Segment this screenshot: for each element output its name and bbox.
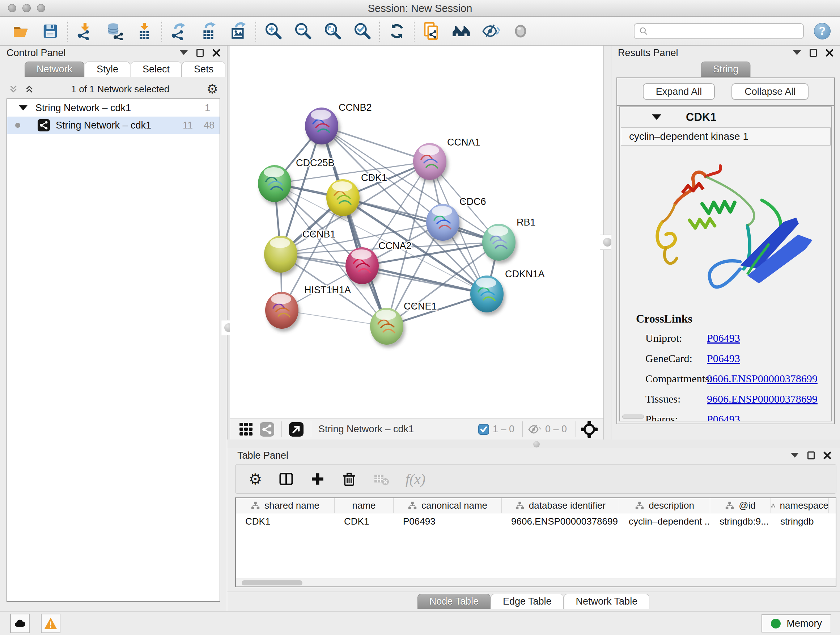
network-node-CCNE1[interactable] — [370, 308, 403, 345]
protein-header[interactable]: CDK1 — [620, 107, 831, 127]
float-panel-icon[interactable] — [793, 50, 801, 59]
network-collection-row[interactable]: String Network – cdk1 1 — [7, 99, 219, 117]
scrollbar-thumb[interactable] — [242, 580, 302, 585]
horizontal-splitter[interactable] — [227, 440, 840, 448]
crosslink-link[interactable]: 9606.ENSP00000378699 — [707, 372, 818, 385]
maximize-panel-icon[interactable] — [807, 451, 815, 459]
column-header-canonicalname[interactable]: canonical name — [393, 498, 502, 513]
control-panel: Control Panel NetworkStyleSelectSets 1 o… — [0, 46, 227, 611]
import-network-icon — [76, 22, 94, 40]
cloud-status-button[interactable] — [10, 614, 30, 633]
export-table-button[interactable] — [199, 21, 218, 41]
search-input[interactable] — [634, 23, 804, 39]
import-database-button[interactable] — [105, 21, 125, 41]
network-node-HIST1H1A[interactable] — [265, 292, 298, 329]
column-header-databaseidentifier[interactable]: database identifier — [502, 498, 619, 513]
column-header-namespace[interactable]: namespace — [771, 498, 829, 513]
expand-all-icon[interactable] — [25, 84, 34, 94]
tab-style[interactable]: Style — [85, 62, 130, 77]
maximize-panel-icon[interactable] — [196, 49, 204, 57]
zoom-selected-button[interactable] — [352, 21, 372, 41]
column-header-description[interactable]: description — [619, 498, 710, 513]
network-edge[interactable] — [322, 126, 430, 162]
collapse-triangle-icon[interactable] — [652, 114, 661, 125]
network-node-CDKN1A[interactable] — [470, 276, 504, 312]
help-button[interactable]: ? — [814, 23, 831, 40]
export-image-button[interactable] — [229, 21, 248, 41]
new-network-from-selection-button[interactable] — [422, 21, 441, 41]
table-row[interactable]: CDK1CDK1P064939606.ENSP00000378699cyclin… — [236, 513, 836, 529]
table-cell: CDK1 — [236, 516, 335, 527]
table-options-gear-icon[interactable]: ⚙ — [248, 470, 262, 488]
column-header-sharedname[interactable]: shared name — [236, 498, 335, 513]
show-all-button[interactable] — [511, 21, 531, 41]
network-row[interactable]: String Network – cdk1 11 48 — [7, 117, 219, 134]
export-network-button[interactable] — [169, 21, 189, 41]
column-header-name[interactable]: name — [335, 498, 393, 513]
results-hscrollbar[interactable] — [622, 415, 644, 419]
show-columns-icon[interactable] — [278, 471, 294, 487]
grid-view-icon[interactable] — [239, 422, 253, 437]
zoom-fit-icon — [324, 22, 341, 40]
network-node-CCNB2[interactable] — [305, 108, 338, 144]
refresh-button[interactable] — [387, 21, 407, 41]
network-node-CCNB1[interactable] — [264, 236, 297, 272]
network-canvas[interactable]: CCNB2CCNA1CDC25BCDK1CDC6RB1CCNB1CCNA2CDK… — [230, 46, 603, 418]
zoom-in-button[interactable] — [264, 21, 283, 41]
collapse-triangle-icon[interactable] — [19, 105, 27, 115]
protein-description: cyclin–dependent kinase 1 — [621, 127, 831, 146]
delete-column-icon[interactable] — [341, 471, 357, 487]
hide-selected-button[interactable] — [481, 21, 501, 41]
network-node-CCNA2[interactable] — [346, 247, 379, 284]
network-edge[interactable] — [362, 266, 487, 294]
protein-name: CDK1 — [686, 111, 716, 124]
save-session-button[interactable] — [41, 21, 60, 41]
crosslink-link[interactable]: P06493 — [707, 413, 740, 421]
tab-string[interactable]: String — [701, 62, 751, 77]
maximize-panel-icon[interactable] — [810, 49, 817, 57]
tab-select[interactable]: Select — [131, 62, 182, 77]
network-node-CCNA1[interactable] — [413, 143, 447, 180]
network-view-share-icon[interactable] — [260, 422, 274, 437]
tab-node-table[interactable]: Node Table — [417, 594, 491, 609]
crosslink-link[interactable]: P06493 — [707, 332, 740, 344]
home-button[interactable] — [452, 21, 471, 41]
network-node-CDC6[interactable] — [426, 204, 459, 241]
table-hscrollbar[interactable] — [236, 578, 836, 586]
crosslink-link[interactable]: P06493 — [707, 352, 740, 364]
open-session-button[interactable] — [11, 21, 30, 41]
network-node-CDC25B[interactable] — [258, 165, 291, 202]
zoom-fit-button[interactable] — [323, 21, 342, 41]
close-panel-icon[interactable] — [826, 49, 834, 57]
close-panel-icon[interactable] — [212, 49, 220, 57]
warnings-button[interactable] — [41, 614, 60, 633]
collapse-all-button[interactable]: Collapse All — [731, 83, 808, 100]
network-edge[interactable] — [322, 126, 387, 326]
tab-edge-table[interactable]: Edge Table — [491, 594, 564, 609]
expand-all-button[interactable]: Expand All — [643, 83, 715, 100]
add-column-icon[interactable] — [310, 471, 325, 486]
selected-checkbox-icon[interactable] — [478, 424, 489, 435]
network-options-gear-icon[interactable]: ⚙ — [207, 81, 218, 97]
network-node-RB1[interactable] — [482, 224, 515, 261]
float-panel-icon[interactable] — [180, 50, 188, 59]
column-header-id[interactable]: @id — [710, 498, 771, 513]
birdseye-crosshair-icon[interactable] — [581, 421, 598, 438]
zoom-out-button[interactable] — [293, 21, 313, 41]
network-node-CDK1[interactable] — [326, 179, 360, 216]
splitter-grip-icon — [533, 441, 540, 448]
float-panel-icon[interactable] — [791, 453, 799, 462]
import-database-icon — [106, 22, 124, 40]
tab-sets[interactable]: Sets — [182, 62, 225, 77]
memory-button[interactable]: Memory — [761, 614, 831, 632]
tab-network-table[interactable]: Network Table — [564, 594, 650, 609]
crosslink-link[interactable]: 9606.ENSP00000378699 — [707, 393, 818, 405]
left-splitter[interactable] — [227, 46, 230, 440]
detach-view-icon[interactable] — [289, 422, 303, 437]
import-table-button[interactable] — [134, 21, 154, 41]
collapse-all-icon[interactable] — [9, 84, 18, 94]
import-network-button[interactable] — [75, 21, 95, 41]
tab-network[interactable]: Network — [25, 62, 84, 77]
column-namespace-icon — [515, 501, 524, 510]
close-panel-icon[interactable] — [823, 451, 831, 459]
